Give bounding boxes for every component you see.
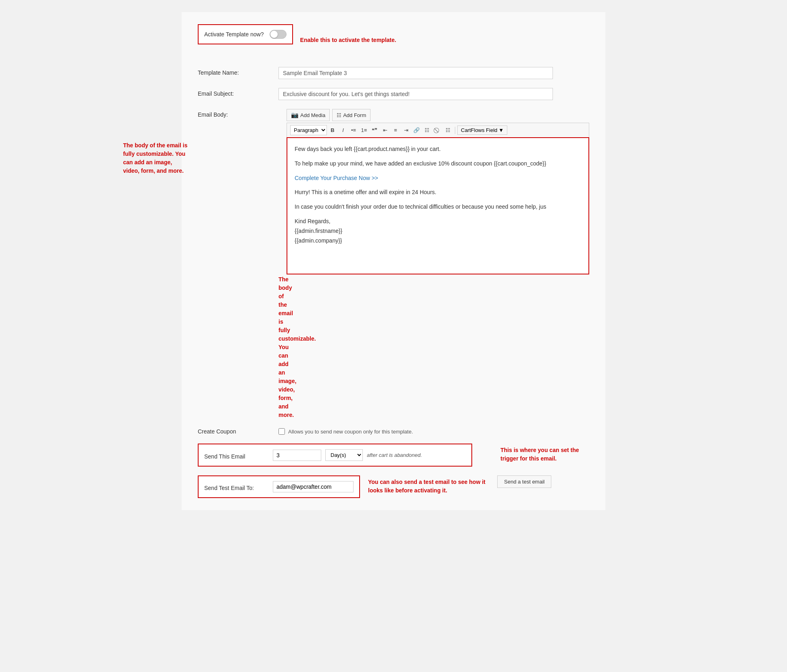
- email-link: Complete Your Purchase Now >>: [295, 174, 581, 183]
- coupon-checkbox-area: Allows you to send new coupon only for t…: [278, 428, 413, 435]
- send-email-wrapper: Send This Email Day(s) Hour(s) Minute(s)…: [198, 444, 589, 467]
- email-body-editor: 📷 Add Media ☷ Add Form Paragraph B I •≡ …: [287, 109, 589, 274]
- strikethrough-icon[interactable]: ⃠: [433, 126, 442, 135]
- email-line-2: To help make up your mind, we have added…: [295, 159, 581, 169]
- bold-icon[interactable]: B: [328, 126, 337, 135]
- send-email-unit-select[interactable]: Day(s) Hour(s) Minute(s): [325, 449, 363, 461]
- coupon-checkbox[interactable]: [278, 428, 285, 435]
- italic-icon[interactable]: I: [338, 126, 348, 135]
- annotation-wrapper: The body of the email is fully customiza…: [198, 275, 589, 419]
- send-email-days-input[interactable]: [273, 450, 321, 461]
- email-subject-label: Email Subject:: [198, 88, 278, 97]
- link-icon[interactable]: 🔗: [412, 126, 421, 135]
- email-closing: Kind Regards, {{admin.firstname}} {{admi…: [295, 217, 581, 245]
- template-name-row: Template Name:: [198, 67, 589, 79]
- purchase-link[interactable]: Complete Your Purchase Now >>: [295, 175, 378, 181]
- send-email-after-text: after cart is abandoned.: [367, 452, 422, 458]
- email-subject-row: Email Subject:: [198, 88, 589, 100]
- send-email-label: Send This Email: [204, 451, 269, 460]
- email-line-4: In case you couldn't finish your order d…: [295, 202, 581, 212]
- coupon-row: Create Coupon Allows you to send new cou…: [198, 428, 589, 435]
- add-form-button[interactable]: ☷ Add Form: [332, 109, 370, 121]
- email-line-3: Hurry! This is a onetime offer and will …: [295, 188, 581, 197]
- test-email-label: Send Test Email To:: [204, 482, 269, 491]
- table-icon[interactable]: ☷: [422, 126, 432, 135]
- test-email-input[interactable]: [273, 481, 354, 492]
- activate-section: Activate Template now?: [198, 24, 293, 44]
- template-name-control: [278, 67, 589, 79]
- ul-icon[interactable]: •≡: [349, 126, 358, 135]
- cartflows-dropdown-icon: ▼: [498, 127, 504, 133]
- email-subject-control: [278, 88, 589, 100]
- form-icon: ☷: [337, 112, 341, 118]
- test-email-section: Send Test Email To:: [198, 475, 360, 498]
- email-body-annotation-overlay: The body of the email is fully customiza…: [123, 141, 188, 175]
- coupon-hint: Allows you to send new coupon only for t…: [288, 429, 413, 435]
- send-email-section: Send This Email Day(s) Hour(s) Minute(s)…: [198, 444, 472, 467]
- editor-format-toolbar: Paragraph B I •≡ 1≡ ❝❞ ⇤ ≡ ⇥ 🔗 ☷ ⃠ ☷ Car…: [287, 123, 589, 137]
- email-line-1: Few days back you left {{cart.product.na…: [295, 144, 581, 154]
- email-body-label: Email Body:: [198, 109, 278, 118]
- blockquote-icon[interactable]: ❝❞: [370, 126, 379, 135]
- activate-hint: Enable this to activate the template.: [300, 37, 396, 43]
- admin-company-var: {{admin.company}}: [295, 237, 342, 244]
- template-name-input[interactable]: [278, 67, 553, 79]
- media-icon: 📷: [291, 111, 299, 119]
- coupon-label: Create Coupon: [198, 428, 278, 435]
- template-name-label: Template Name:: [198, 67, 278, 76]
- toolbar-separator: [455, 127, 455, 134]
- ol-icon[interactable]: 1≡: [359, 126, 369, 135]
- editor-content-area[interactable]: Few days back you left {{cart.product.na…: [287, 137, 589, 274]
- special-char-icon[interactable]: ☷: [443, 126, 453, 135]
- align-center-icon[interactable]: ≡: [391, 126, 400, 135]
- send-email-annotation: This is where you can set the trigger fo…: [500, 444, 589, 463]
- test-email-annotation: You can also send a test email to see ho…: [368, 475, 489, 495]
- email-subject-input[interactable]: [278, 88, 553, 100]
- format-select[interactable]: Paragraph: [290, 125, 327, 135]
- activate-toggle[interactable]: [270, 30, 287, 39]
- send-test-email-button[interactable]: Send a test email: [497, 475, 551, 488]
- cartflows-field-button[interactable]: CartFlows Field ▼: [457, 126, 507, 135]
- admin-firstname-var: {{admin.firstname}}: [295, 228, 342, 234]
- test-email-wrapper: Send Test Email To: You can also send a …: [198, 475, 589, 498]
- activate-label: Activate Template now?: [204, 31, 264, 38]
- align-left-icon[interactable]: ⇤: [380, 126, 390, 135]
- align-right-icon[interactable]: ⇥: [401, 126, 411, 135]
- add-media-button[interactable]: 📷 Add Media: [287, 109, 330, 121]
- editor-top-toolbar: 📷 Add Media ☷ Add Form: [287, 109, 589, 121]
- email-body-section: Email Body: 📷 Add Media ☷ Add Form Parag…: [198, 109, 589, 274]
